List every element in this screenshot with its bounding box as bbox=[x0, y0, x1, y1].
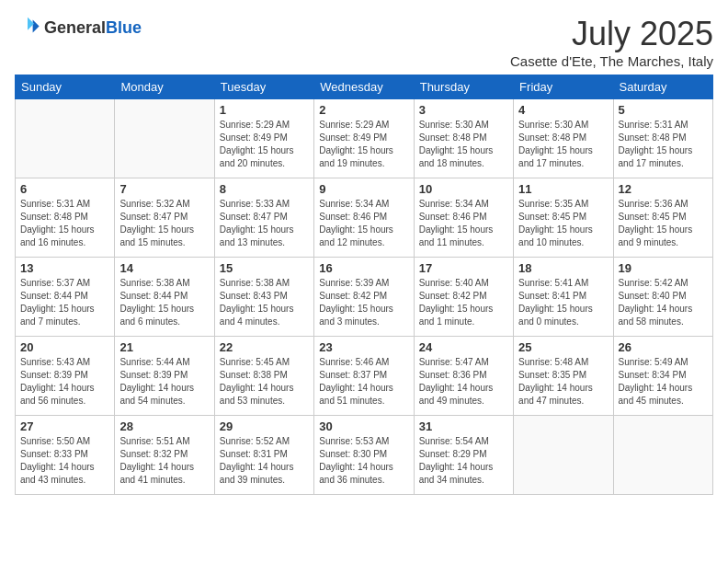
logo-blue: Blue bbox=[106, 18, 142, 37]
day-detail: Sunrise: 5:38 AMSunset: 8:43 PMDaylight:… bbox=[220, 277, 309, 328]
logo-general: General bbox=[44, 18, 106, 37]
calendar-week-3: 13Sunrise: 5:37 AMSunset: 8:44 PMDayligh… bbox=[16, 258, 713, 337]
day-detail: Sunrise: 5:52 AMSunset: 8:31 PMDaylight:… bbox=[220, 435, 309, 487]
day-number: 20 bbox=[20, 340, 109, 354]
calendar-cell: 10Sunrise: 5:34 AMSunset: 8:46 PMDayligh… bbox=[414, 178, 513, 258]
day-detail: Sunrise: 5:43 AMSunset: 8:39 PMDaylight:… bbox=[20, 356, 109, 408]
day-number: 11 bbox=[518, 182, 608, 196]
day-detail: Sunrise: 5:49 AMSunset: 8:34 PMDaylight:… bbox=[619, 356, 708, 408]
weekday-header-monday: Monday bbox=[115, 75, 214, 99]
day-number: 24 bbox=[419, 340, 508, 354]
calendar-cell: 13Sunrise: 5:37 AMSunset: 8:44 PMDayligh… bbox=[16, 258, 115, 337]
day-detail: Sunrise: 5:44 AMSunset: 8:39 PMDaylight:… bbox=[119, 356, 209, 408]
day-detail: Sunrise: 5:36 AMSunset: 8:45 PMDaylight:… bbox=[619, 198, 708, 249]
weekday-header-tuesday: Tuesday bbox=[214, 75, 313, 99]
calendar-cell: 14Sunrise: 5:38 AMSunset: 8:44 PMDayligh… bbox=[115, 258, 214, 337]
calendar-cell: 3Sunrise: 5:30 AMSunset: 8:48 PMDaylight… bbox=[414, 99, 513, 178]
calendar-cell: 2Sunrise: 5:29 AMSunset: 8:49 PMDaylight… bbox=[314, 99, 414, 178]
calendar-table: SundayMondayTuesdayWednesdayThursdayFrid… bbox=[15, 75, 713, 495]
day-number: 17 bbox=[419, 261, 508, 275]
day-number: 13 bbox=[20, 261, 109, 275]
calendar-cell: 5Sunrise: 5:31 AMSunset: 8:48 PMDaylight… bbox=[613, 99, 712, 178]
calendar-cell bbox=[613, 416, 712, 495]
day-number: 23 bbox=[319, 340, 408, 354]
calendar-week-2: 6Sunrise: 5:31 AMSunset: 8:48 PMDaylight… bbox=[16, 178, 713, 258]
calendar-cell: 8Sunrise: 5:33 AMSunset: 8:47 PMDaylight… bbox=[214, 178, 313, 258]
day-detail: Sunrise: 5:30 AMSunset: 8:48 PMDaylight:… bbox=[518, 119, 608, 170]
calendar-cell bbox=[514, 416, 613, 495]
day-number: 7 bbox=[119, 182, 209, 196]
day-number: 18 bbox=[518, 261, 608, 275]
calendar-cell: 29Sunrise: 5:52 AMSunset: 8:31 PMDayligh… bbox=[214, 416, 313, 495]
calendar-cell: 11Sunrise: 5:35 AMSunset: 8:45 PMDayligh… bbox=[514, 178, 613, 258]
day-number: 1 bbox=[220, 103, 309, 117]
day-detail: Sunrise: 5:51 AMSunset: 8:32 PMDaylight:… bbox=[119, 435, 209, 487]
calendar-cell: 24Sunrise: 5:47 AMSunset: 8:36 PMDayligh… bbox=[414, 337, 513, 416]
day-detail: Sunrise: 5:53 AMSunset: 8:30 PMDaylight:… bbox=[319, 435, 408, 487]
day-detail: Sunrise: 5:54 AMSunset: 8:29 PMDaylight:… bbox=[419, 435, 508, 487]
day-number: 29 bbox=[220, 419, 309, 433]
day-detail: Sunrise: 5:39 AMSunset: 8:42 PMDaylight:… bbox=[319, 277, 408, 328]
day-number: 3 bbox=[419, 103, 508, 117]
day-number: 19 bbox=[619, 261, 708, 275]
calendar-cell: 23Sunrise: 5:46 AMSunset: 8:37 PMDayligh… bbox=[314, 337, 414, 416]
calendar-cell bbox=[115, 99, 214, 178]
day-number: 14 bbox=[119, 261, 209, 275]
weekday-header-friday: Friday bbox=[514, 75, 613, 99]
location: Casette d'Ete, The Marches, Italy bbox=[510, 53, 713, 69]
day-number: 10 bbox=[419, 182, 508, 196]
day-detail: Sunrise: 5:38 AMSunset: 8:44 PMDaylight:… bbox=[119, 277, 209, 328]
day-number: 5 bbox=[619, 103, 708, 117]
day-detail: Sunrise: 5:33 AMSunset: 8:47 PMDaylight:… bbox=[220, 198, 309, 249]
calendar-cell: 4Sunrise: 5:30 AMSunset: 8:48 PMDaylight… bbox=[514, 99, 613, 178]
calendar-cell: 22Sunrise: 5:45 AMSunset: 8:38 PMDayligh… bbox=[214, 337, 313, 416]
day-number: 12 bbox=[619, 182, 708, 196]
calendar-cell: 1Sunrise: 5:29 AMSunset: 8:49 PMDaylight… bbox=[214, 99, 313, 178]
day-detail: Sunrise: 5:31 AMSunset: 8:48 PMDaylight:… bbox=[619, 119, 708, 170]
day-number: 4 bbox=[518, 103, 608, 117]
logo-icon bbox=[15, 15, 40, 40]
calendar-cell: 12Sunrise: 5:36 AMSunset: 8:45 PMDayligh… bbox=[613, 178, 712, 258]
day-number: 9 bbox=[319, 182, 408, 196]
page-header: GeneralBlue July 2025 Casette d'Ete, The… bbox=[15, 15, 713, 69]
calendar-week-4: 20Sunrise: 5:43 AMSunset: 8:39 PMDayligh… bbox=[16, 337, 713, 416]
day-detail: Sunrise: 5:45 AMSunset: 8:38 PMDaylight:… bbox=[220, 356, 309, 408]
day-detail: Sunrise: 5:34 AMSunset: 8:46 PMDaylight:… bbox=[419, 198, 508, 249]
logo: GeneralBlue bbox=[15, 15, 142, 40]
weekday-header-sunday: Sunday bbox=[16, 75, 115, 99]
calendar-cell bbox=[16, 99, 115, 178]
calendar-cell: 27Sunrise: 5:50 AMSunset: 8:33 PMDayligh… bbox=[16, 416, 115, 495]
weekday-header-thursday: Thursday bbox=[414, 75, 513, 99]
weekday-header-wednesday: Wednesday bbox=[314, 75, 414, 99]
calendar-cell: 9Sunrise: 5:34 AMSunset: 8:46 PMDaylight… bbox=[314, 178, 414, 258]
day-detail: Sunrise: 5:34 AMSunset: 8:46 PMDaylight:… bbox=[319, 198, 408, 249]
day-detail: Sunrise: 5:29 AMSunset: 8:49 PMDaylight:… bbox=[220, 119, 309, 170]
day-number: 25 bbox=[518, 340, 608, 354]
day-detail: Sunrise: 5:42 AMSunset: 8:40 PMDaylight:… bbox=[619, 277, 708, 328]
calendar-cell: 19Sunrise: 5:42 AMSunset: 8:40 PMDayligh… bbox=[613, 258, 712, 337]
weekday-header-saturday: Saturday bbox=[613, 75, 712, 99]
calendar-cell: 21Sunrise: 5:44 AMSunset: 8:39 PMDayligh… bbox=[115, 337, 214, 416]
calendar-cell: 16Sunrise: 5:39 AMSunset: 8:42 PMDayligh… bbox=[314, 258, 414, 337]
day-detail: Sunrise: 5:41 AMSunset: 8:41 PMDaylight:… bbox=[518, 277, 608, 328]
calendar-cell: 28Sunrise: 5:51 AMSunset: 8:32 PMDayligh… bbox=[115, 416, 214, 495]
svg-marker-0 bbox=[33, 20, 40, 33]
day-detail: Sunrise: 5:40 AMSunset: 8:42 PMDaylight:… bbox=[419, 277, 508, 328]
calendar-cell: 18Sunrise: 5:41 AMSunset: 8:41 PMDayligh… bbox=[514, 258, 613, 337]
day-number: 28 bbox=[119, 419, 209, 433]
day-detail: Sunrise: 5:37 AMSunset: 8:44 PMDaylight:… bbox=[20, 277, 109, 328]
title-block: July 2025 Casette d'Ete, The Marches, It… bbox=[510, 15, 713, 69]
day-number: 2 bbox=[319, 103, 408, 117]
day-number: 31 bbox=[419, 419, 508, 433]
calendar-cell: 7Sunrise: 5:32 AMSunset: 8:47 PMDaylight… bbox=[115, 178, 214, 258]
day-detail: Sunrise: 5:31 AMSunset: 8:48 PMDaylight:… bbox=[20, 198, 109, 249]
day-number: 30 bbox=[319, 419, 408, 433]
weekday-header-row: SundayMondayTuesdayWednesdayThursdayFrid… bbox=[16, 75, 713, 99]
calendar-cell: 6Sunrise: 5:31 AMSunset: 8:48 PMDaylight… bbox=[16, 178, 115, 258]
day-number: 8 bbox=[220, 182, 309, 196]
calendar-cell: 31Sunrise: 5:54 AMSunset: 8:29 PMDayligh… bbox=[414, 416, 513, 495]
day-number: 15 bbox=[220, 261, 309, 275]
calendar-cell: 15Sunrise: 5:38 AMSunset: 8:43 PMDayligh… bbox=[214, 258, 313, 337]
calendar-cell: 17Sunrise: 5:40 AMSunset: 8:42 PMDayligh… bbox=[414, 258, 513, 337]
calendar-cell: 25Sunrise: 5:48 AMSunset: 8:35 PMDayligh… bbox=[514, 337, 613, 416]
